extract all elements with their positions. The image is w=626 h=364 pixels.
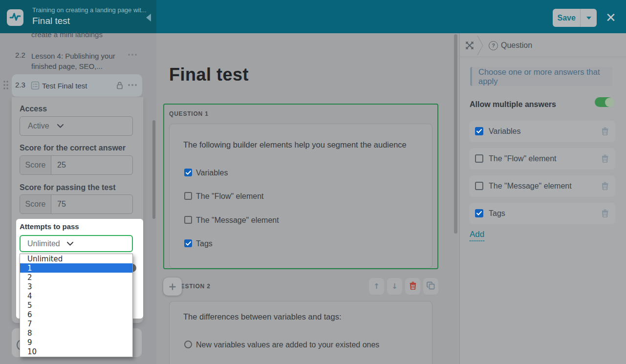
access-label: Access [20,105,47,113]
lesson-title: Final test [32,16,70,26]
score-pass-label: Score for passing the test [20,183,116,192]
checkbox-checked[interactable] [184,169,192,176]
duplicate-question-button[interactable] [423,278,438,295]
more-menu-icon[interactable] [128,84,137,86]
checkbox-unchecked[interactable] [475,182,483,190]
question-2-card[interactable] [169,301,432,364]
option-label[interactable]: Tags [196,239,213,248]
arrow-up-icon: ↑ [373,282,380,291]
attempts-select[interactable]: Unlimited [20,235,133,252]
score-addon: Score [20,195,51,214]
pulse-icon [9,10,22,25]
lesson-number: 2.3 [15,81,25,89]
constructor-icon[interactable] [465,41,475,52]
radio-unchecked[interactable] [184,341,192,348]
checkbox-unchecked[interactable] [184,216,192,224]
sidebar-scrollbar[interactable] [152,120,155,219]
chevron-down-icon [586,17,591,20]
more-menu-icon[interactable] [128,54,137,56]
answer-row: Variables [469,121,615,142]
delete-answer-button[interactable] [601,127,609,137]
drag-handle-icon[interactable] [3,80,9,92]
arrow-down-icon: ↓ [391,282,398,291]
attempts-dropdown-list: Unlimited 1 2 3 4 5 6 7 8 9 10 [20,254,133,357]
copy-icon [427,281,435,292]
lock-icon [116,81,124,91]
question-1-text[interactable]: The following builder elements help you … [183,140,407,150]
answer-row: Tags [469,203,615,224]
dropdown-option[interactable]: 7 [20,320,132,329]
dropdown-option[interactable]: 4 [20,291,132,300]
save-button-label[interactable]: Save [553,9,580,27]
chevron-down-icon [57,124,64,128]
dropdown-option[interactable]: Unlimited [20,254,132,263]
toggle-knob [605,98,614,107]
option-label[interactable]: The "Message" element [196,216,279,225]
question-type-icon: ? [489,41,498,50]
dropdown-option[interactable]: 2 [20,273,132,282]
score-addon: Score [20,156,51,174]
score-correct-input-group: Score 25 [20,155,133,175]
answer-row: The "Flow" element [469,148,615,170]
move-question-up-button[interactable]: ↑ [369,278,384,295]
add-question-button[interactable] [163,278,182,296]
dropdown-option[interactable]: 3 [20,282,132,291]
breadcrumb-separator [476,35,485,58]
save-button[interactable]: Save [553,9,597,27]
allow-multiple-toggle[interactable] [595,97,613,107]
sidebar-item-final-test-label[interactable]: Test Final test [42,81,87,91]
question-1-label: QUESTION 1 [169,110,209,117]
delete-answer-button[interactable] [601,154,609,165]
delete-answer-button[interactable] [601,182,609,192]
score-pass-input-group: Score 75 [20,194,133,214]
app-logo [7,9,23,26]
close-icon[interactable]: ✕ [604,11,618,24]
sidebar-header [0,0,156,33]
answer-label[interactable]: The "Flow" element [489,154,557,163]
dropdown-option[interactable]: 9 [20,338,132,347]
score-pass-input[interactable]: 75 [51,195,132,214]
course-title: Training on creating a landing page wit.… [32,6,147,14]
page-title: Final test [169,64,249,85]
answer-label[interactable]: Tags [489,209,505,218]
answer-label[interactable]: Variables [489,127,521,136]
trash-icon [409,281,417,292]
breadcrumb-current: Question [501,41,532,50]
checkbox-checked[interactable] [475,209,483,217]
question-prompt-field[interactable]: Choose one or more answers that apply [470,67,612,86]
question-2-text[interactable]: The differences between variables and ta… [183,312,341,321]
delete-answer-button[interactable] [601,209,609,219]
test-icon [31,81,40,92]
score-correct-input[interactable]: 25 [51,156,132,174]
option-label[interactable]: New variables values are added to your e… [196,341,379,349]
move-question-down-button[interactable]: ↓ [387,278,402,295]
collapse-sidebar-icon[interactable] [146,14,151,21]
option-label[interactable]: The "Flow" element [196,192,264,201]
dropdown-option[interactable]: 8 [20,329,132,338]
score-correct-label: Score for the correct answer [20,144,126,152]
lesson-number: 2.2 [15,51,25,60]
allow-multiple-label: Allow multiple answers [470,100,556,109]
attempts-label: Attempts to pass [20,222,79,231]
checkbox-checked[interactable] [184,239,192,247]
option-label[interactable]: Variables [196,169,228,177]
answer-label[interactable]: The "Message" element [489,182,572,191]
checkbox-checked[interactable] [475,127,483,135]
answer-row: The "Message" element [469,175,615,197]
sidebar-item-lesson4[interactable]: Lesson 4: Publishing your finished page,… [31,51,127,71]
checkbox-unchecked[interactable] [184,192,192,200]
quiz-builder-app: Training on creating a landing page wit.… [0,0,626,364]
dropdown-option[interactable]: 10 [20,347,132,357]
lesson-item-clipped[interactable]: create a mini landings [31,30,103,39]
save-dropdown-button[interactable] [580,9,597,27]
main-scrollbar[interactable] [454,34,457,234]
checkbox-unchecked[interactable] [475,154,483,163]
dropdown-option-selected[interactable]: 1 [20,263,132,273]
access-select[interactable]: Active [20,116,133,136]
dropdown-option[interactable]: 5 [20,300,132,310]
add-answer-link[interactable]: Add [470,230,484,241]
dropdown-option[interactable]: 6 [20,310,132,320]
chevron-down-icon [67,242,73,246]
delete-question-button[interactable] [405,278,420,295]
